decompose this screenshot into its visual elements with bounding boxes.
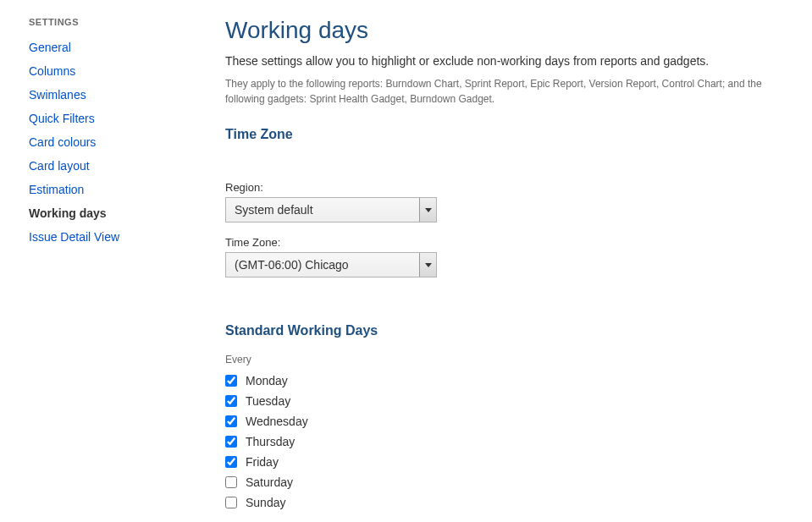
- day-row-wednesday: Wednesday: [225, 411, 801, 431]
- timezone-select-button[interactable]: [419, 253, 436, 277]
- sidebar-item-card-colours[interactable]: Card colours: [29, 130, 225, 154]
- days-list: MondayTuesdayWednesdayThursdayFridaySatu…: [225, 371, 801, 513]
- sidebar-item-columns[interactable]: Columns: [29, 59, 225, 83]
- day-row-tuesday: Tuesday: [225, 391, 801, 411]
- chevron-down-icon: [425, 208, 432, 212]
- sidebar-item-quick-filters[interactable]: Quick Filters: [29, 107, 225, 130]
- page-description: These settings allow you to highlight or…: [225, 54, 801, 68]
- day-checkbox-monday[interactable]: [225, 375, 237, 387]
- region-select[interactable]: System default: [225, 197, 437, 223]
- day-label: Saturday: [246, 475, 293, 489]
- chevron-down-icon: [425, 263, 432, 267]
- day-checkbox-saturday[interactable]: [225, 476, 237, 488]
- timezone-select-value: (GMT-06:00) Chicago: [226, 258, 419, 272]
- day-label: Wednesday: [246, 415, 308, 428]
- day-row-friday: Friday: [225, 452, 801, 472]
- sidebar-items: GeneralColumnsSwimlanesQuick FiltersCard…: [29, 36, 225, 249]
- sidebar-item-issue-detail-view[interactable]: Issue Detail View: [29, 225, 225, 249]
- settings-sidebar: SETTINGS GeneralColumnsSwimlanesQuick Fi…: [29, 17, 225, 522]
- day-label: Tuesday: [246, 394, 290, 408]
- day-checkbox-tuesday[interactable]: [225, 395, 237, 407]
- region-select-button[interactable]: [419, 198, 436, 222]
- page-title: Working days: [225, 17, 801, 44]
- region-field: Region: System default: [225, 181, 801, 223]
- day-row-saturday: Saturday: [225, 472, 801, 492]
- day-label: Friday: [246, 455, 279, 469]
- day-row-thursday: Thursday: [225, 431, 801, 452]
- day-label: Thursday: [246, 435, 295, 448]
- page-sub-description: They apply to the following reports: Bur…: [225, 76, 801, 107]
- timezone-field: Time Zone: (GMT-06:00) Chicago: [225, 236, 801, 277]
- sidebar-item-general[interactable]: General: [29, 36, 225, 59]
- region-label: Region:: [225, 181, 801, 194]
- day-checkbox-thursday[interactable]: [225, 436, 237, 448]
- sidebar-item-swimlanes[interactable]: Swimlanes: [29, 83, 225, 107]
- sidebar-item-working-days[interactable]: Working days: [29, 201, 225, 225]
- day-checkbox-wednesday[interactable]: [225, 415, 237, 427]
- sidebar-item-card-layout[interactable]: Card layout: [29, 154, 225, 178]
- working-days-heading: Standard Working Days: [225, 323, 801, 338]
- timezone-heading: Time Zone: [225, 127, 801, 142]
- day-checkbox-sunday[interactable]: [225, 497, 237, 508]
- sidebar-heading: SETTINGS: [29, 17, 225, 27]
- sidebar-item-estimation[interactable]: Estimation: [29, 178, 225, 201]
- day-row-monday: Monday: [225, 371, 801, 391]
- main-content: Working days These settings allow you to…: [225, 17, 801, 522]
- region-select-value: System default: [226, 203, 419, 217]
- day-checkbox-friday[interactable]: [225, 456, 237, 468]
- every-label: Every: [225, 354, 801, 365]
- day-label: Monday: [246, 374, 288, 387]
- timezone-select[interactable]: (GMT-06:00) Chicago: [225, 252, 437, 277]
- day-label: Sunday: [246, 496, 285, 509]
- day-row-sunday: Sunday: [225, 492, 801, 513]
- timezone-label: Time Zone:: [225, 236, 801, 249]
